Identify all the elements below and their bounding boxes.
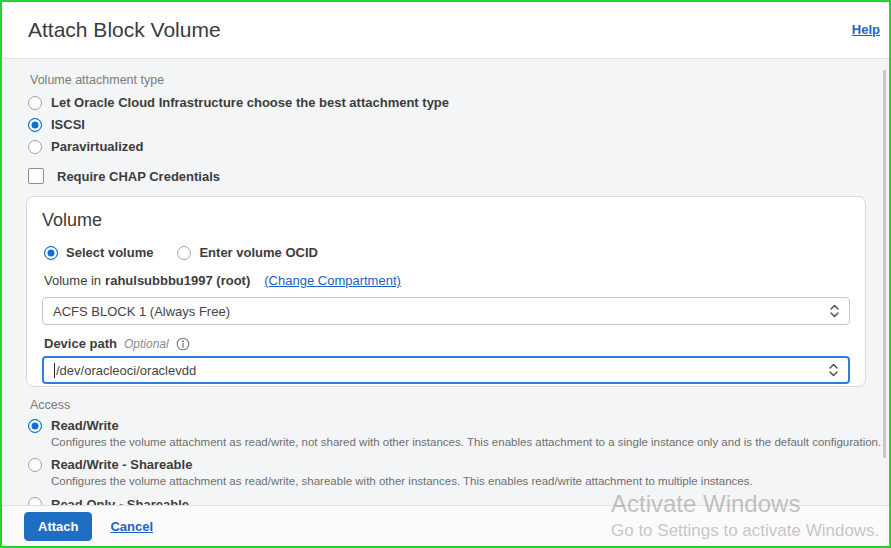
volume-select-value: ACFS BLOCK 1 (Always Free) [53,304,230,319]
radio-selected-icon[interactable] [28,118,42,132]
attachment-type-option-label: Let Oracle Cloud Infrastructure choose t… [51,95,449,110]
attachment-type-option-iscsi[interactable]: ISCSI [28,117,889,132]
chap-checkbox[interactable] [28,168,44,184]
device-path-select-dropdown[interactable]: /dev/oracleoci/oraclevdd [42,356,850,384]
volume-source-options: Select volume Enter volume OCID [44,245,850,260]
help-link[interactable]: Help [852,22,880,37]
volume-panel: Volume Select volume Enter volume OCID V… [26,196,866,387]
access-option-description: Configures the volume attachment as read… [51,474,889,488]
compartment-row: Volume in rahulsubbbu1997 (root) (Change… [44,273,850,288]
radio-selected-icon[interactable] [44,246,58,260]
enter-volume-ocid-option-label[interactable]: Enter volume OCID [199,245,317,260]
text-caret [54,363,55,378]
device-path-optional-label: Optional [124,337,169,351]
select-stepper-icon [830,304,839,318]
access-option-read-write[interactable]: Read/Write Configures the volume attachm… [28,418,889,449]
volume-select-dropdown[interactable]: ACFS BLOCK 1 (Always Free) [42,297,850,325]
radio-unselected-icon[interactable] [28,96,42,110]
radio-unselected-icon[interactable] [28,140,42,154]
attachment-type-option-paravirtualized[interactable]: Paravirtualized [28,139,889,154]
info-icon[interactable] [176,337,190,351]
attachment-type-option-auto[interactable]: Let Oracle Cloud Infrastructure choose t… [28,95,889,110]
attachment-type-option-label: ISCSI [51,117,85,132]
radio-unselected-icon[interactable] [177,246,191,260]
radio-unselected-icon[interactable] [28,458,42,472]
select-volume-option-label[interactable]: Select volume [66,245,153,260]
access-option-label: Read/Write - Shareable [51,457,192,472]
device-path-label: Device path [44,336,117,351]
access-option-read-write-shareable[interactable]: Read/Write - Shareable Configures the vo… [28,457,889,488]
dialog-footer: Attach Cancel [2,505,889,546]
volume-panel-title: Volume [42,210,850,231]
select-stepper-icon [829,363,838,377]
attachment-type-label: Volume attachment type [30,73,889,87]
cancel-link[interactable]: Cancel [110,519,153,534]
device-path-value: /dev/oracleoci/oraclevdd [54,363,196,378]
access-option-description: Configures the volume attachment as read… [51,435,889,449]
change-compartment-link[interactable]: (Change Compartment) [264,273,401,288]
attach-button[interactable]: Attach [24,512,92,541]
device-path-label-row: Device path Optional [44,336,850,351]
access-option-label: Read/Write [51,418,119,433]
dialog-header: Attach Block Volume [2,2,889,59]
require-chap-credentials-row[interactable]: Require CHAP Credentials [28,168,889,184]
page-title: Attach Block Volume [28,18,221,42]
radio-selected-icon[interactable] [28,419,42,433]
compartment-name: rahulsubbbu1997 (root) [105,273,250,288]
attachment-type-section: Volume attachment type Let Oracle Cloud … [2,59,889,184]
vertical-scrollbar-thumb[interactable] [883,70,886,458]
volume-in-label: Volume in [44,273,101,288]
chap-checkbox-label: Require CHAP Credentials [57,169,220,184]
attachment-type-option-label: Paravirtualized [51,139,144,154]
access-label: Access [30,398,889,412]
attach-block-volume-dialog: Attach Block Volume Help Volume attachme… [0,0,891,548]
